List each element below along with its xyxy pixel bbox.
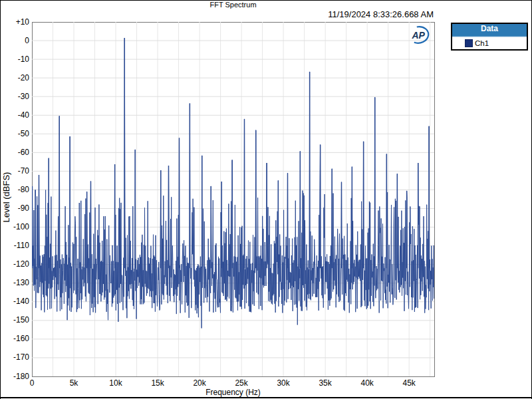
svg-text:AP: AP: [411, 30, 425, 41]
